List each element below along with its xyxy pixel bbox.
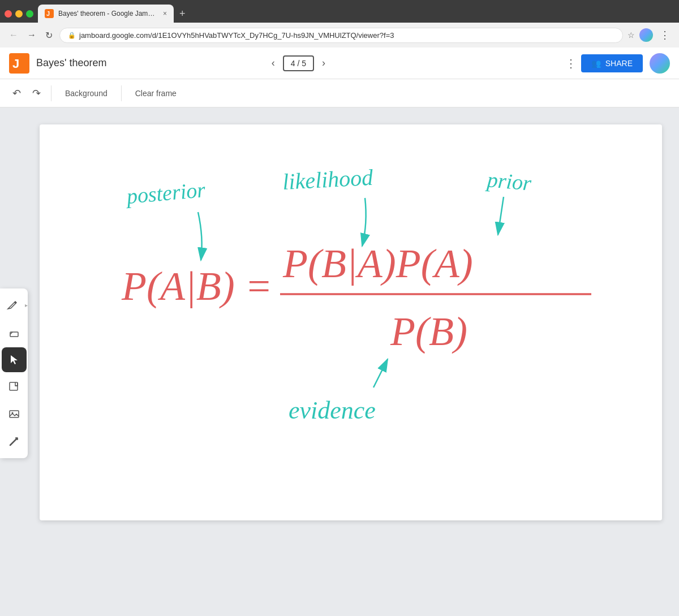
pen-tool-button[interactable] bbox=[0, 293, 25, 318]
profile-avatar[interactable] bbox=[639, 28, 653, 42]
frame-counter: 4 / 5 bbox=[283, 55, 314, 71]
main-area: ▸ bbox=[0, 107, 679, 616]
select-icon bbox=[8, 354, 20, 366]
whiteboard[interactable]: posterior likelihood prior P(A|B) = P(B|… bbox=[40, 124, 662, 520]
more-options-button[interactable]: ⋮ bbox=[561, 52, 581, 75]
undo-button[interactable]: ↶ bbox=[9, 84, 24, 103]
share-button[interactable]: 👥 SHARE bbox=[581, 54, 643, 72]
svg-rect-6 bbox=[10, 411, 19, 417]
share-icon: 👥 bbox=[591, 59, 601, 68]
svg-text:J: J bbox=[12, 57, 19, 71]
eraser-tool-button[interactable] bbox=[2, 320, 27, 345]
pen-tool-row: ▸ bbox=[0, 293, 28, 318]
url-text: jamboard.google.com/d/1E1OVYh5hHVabTWYTc… bbox=[79, 31, 614, 40]
svg-text:prior: prior bbox=[484, 167, 532, 195]
tab-title: Bayes' theorem - Google Jambo... bbox=[58, 10, 158, 18]
svg-text:P(B): P(B) bbox=[390, 309, 467, 354]
browser-menu-button[interactable]: ⋮ bbox=[657, 29, 672, 41]
pen-icon bbox=[6, 299, 19, 312]
frame-navigation: ‹ 4 / 5 › bbox=[268, 54, 329, 72]
user-avatar[interactable] bbox=[650, 53, 670, 74]
sticky-note-icon bbox=[8, 381, 20, 393]
refresh-button[interactable]: ↻ bbox=[43, 28, 55, 43]
pen-expand-arrow: ▸ bbox=[25, 302, 28, 308]
traffic-light-yellow[interactable] bbox=[15, 10, 23, 18]
sticky-note-tool-button[interactable] bbox=[2, 374, 27, 399]
svg-text:evidence: evidence bbox=[289, 397, 376, 424]
clear-frame-button[interactable]: Clear frame bbox=[128, 85, 183, 101]
svg-text:likelihood: likelihood bbox=[282, 165, 374, 195]
app-logo: J bbox=[9, 53, 29, 74]
background-button[interactable]: Background bbox=[58, 85, 114, 101]
next-frame-button[interactable]: › bbox=[319, 54, 329, 72]
back-button[interactable]: ← bbox=[7, 28, 20, 42]
svg-text:posterior: posterior bbox=[124, 178, 207, 208]
eraser-icon bbox=[8, 326, 20, 339]
svg-rect-5 bbox=[10, 382, 18, 390]
laser-icon bbox=[8, 435, 20, 447]
tool-panel: ▸ bbox=[0, 288, 28, 458]
app-header: J Bayes' theorem ‹ 4 / 5 › ⋮ 👥 SHARE bbox=[0, 48, 679, 79]
redo-button[interactable]: ↷ bbox=[29, 84, 44, 103]
share-label: SHARE bbox=[605, 59, 633, 68]
forward-button[interactable]: → bbox=[25, 28, 38, 42]
lock-icon: 🔒 bbox=[68, 32, 76, 39]
toolbar: ↶ ↷ Background Clear frame bbox=[0, 79, 679, 107]
bookmark-icon[interactable]: ☆ bbox=[628, 31, 635, 40]
tab-favicon: J bbox=[45, 9, 54, 18]
url-bar[interactable]: 🔒 jamboard.google.com/d/1E1OVYh5hHVabTWY… bbox=[59, 28, 623, 43]
url-bar-row: ← → ↻ 🔒 jamboard.google.com/d/1E1OVYh5hH… bbox=[0, 23, 679, 48]
tab-close-button[interactable]: × bbox=[163, 10, 167, 18]
toolbar-divider-2 bbox=[121, 85, 122, 101]
traffic-light-green[interactable] bbox=[26, 10, 33, 18]
svg-text:J: J bbox=[46, 10, 50, 17]
svg-text:P(B|A)P(A): P(B|A)P(A) bbox=[282, 241, 473, 286]
prev-frame-button[interactable]: ‹ bbox=[268, 54, 278, 72]
toolbar-divider bbox=[51, 85, 51, 101]
traffic-light-red[interactable] bbox=[5, 10, 12, 18]
image-tool-button[interactable] bbox=[2, 402, 27, 427]
new-tab-button[interactable]: + bbox=[175, 6, 190, 22]
select-tool-button[interactable] bbox=[2, 347, 27, 372]
laser-tool-button[interactable] bbox=[2, 429, 27, 454]
browser-tab[interactable]: J Bayes' theorem - Google Jambo... × bbox=[38, 5, 174, 23]
whiteboard-content: posterior likelihood prior P(A|B) = P(B|… bbox=[40, 124, 662, 520]
app-title: Bayes' theorem bbox=[36, 57, 268, 69]
svg-text:P(A|B) =: P(A|B) = bbox=[121, 264, 272, 309]
svg-point-8 bbox=[16, 437, 18, 440]
image-icon bbox=[8, 408, 20, 420]
